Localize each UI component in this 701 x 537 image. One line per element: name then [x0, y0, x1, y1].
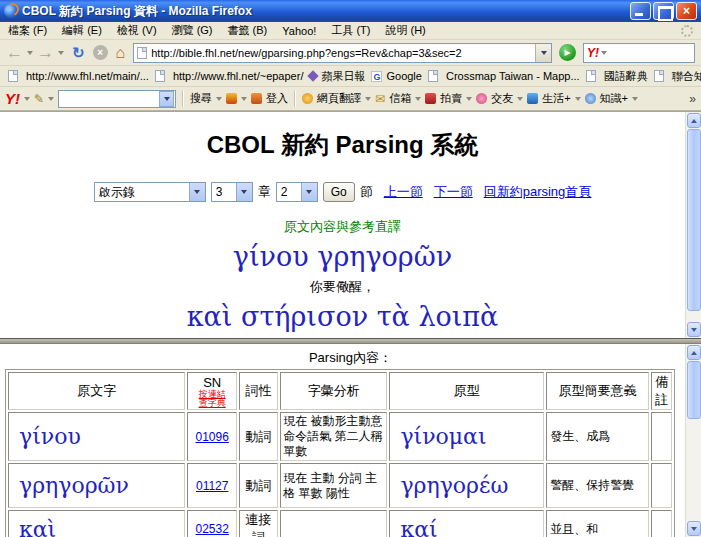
knowledge-dropdown-icon[interactable] [632, 97, 638, 101]
reload-icon[interactable]: ↻ [72, 45, 85, 60]
auction-icon[interactable] [425, 93, 436, 104]
life-icon[interactable] [527, 93, 538, 104]
back-dropdown-icon[interactable] [27, 51, 33, 55]
go-button[interactable]: Go [323, 182, 355, 202]
yahoo-life-button[interactable]: 生活+ [542, 91, 570, 106]
yahoo-search-button[interactable]: 搜尋 [190, 91, 212, 106]
life-dropdown-icon[interactable] [575, 97, 581, 101]
menu-edit[interactable]: 編輯 (E) [62, 23, 102, 38]
menu-go[interactable]: 瀏覽 (G) [172, 23, 213, 38]
bookmark-label[interactable]: http://www.fhl.net/~epaper/ [173, 70, 304, 82]
top-frame-scrollbar[interactable] [685, 112, 701, 338]
menu-view[interactable]: 檢視 (V) [117, 23, 157, 38]
next-verse-link[interactable]: 下一節 [434, 183, 473, 201]
yahoo-login-button[interactable]: 登入 [266, 91, 288, 106]
maximize-button[interactable] [653, 2, 674, 20]
auction-dropdown-icon[interactable] [466, 97, 472, 101]
menu-yahoo[interactable]: Yahoo! [282, 25, 316, 37]
yahoo-toolbar-search-input[interactable] [58, 90, 176, 108]
scrollbar-thumb[interactable] [687, 361, 701, 419]
bookmark-label[interactable]: http://www.fhl.net/main/... [26, 70, 149, 82]
bookmark-label[interactable]: Crossmap Taiwan - Mapp... [446, 70, 580, 82]
bookmark-label[interactable]: 國語辭典 [604, 69, 648, 84]
bookmark-fhl-main[interactable]: http://www.fhl.net/main/... [8, 70, 149, 82]
forward-dropdown-icon[interactable] [58, 51, 64, 55]
browser-window: CBOL 新約 Parsing 資料 - Mozilla Firefox × 檔… [0, 0, 701, 537]
yahoo-search-dropdown-icon[interactable] [601, 51, 607, 55]
highlight-dropdown-icon[interactable] [241, 97, 247, 101]
bookmark-appledaily[interactable]: 蘋果日報 [309, 69, 365, 84]
menu-tools[interactable]: 工具 (T) [331, 23, 370, 38]
bookmark-label[interactable]: 聯合知識庫 [672, 69, 701, 84]
url-bar[interactable]: http://bible.fhl.net/new/gparsing.php?en… [133, 43, 552, 63]
menu-file[interactable]: 檔案 (F) [8, 23, 47, 38]
yahoo-search-box[interactable]: Y! [583, 43, 695, 63]
book-select[interactable]: 啟示錄 [94, 182, 206, 202]
bookmark-page-icon [155, 70, 165, 82]
gloss: 發生、成爲 [546, 412, 649, 461]
login-door-icon[interactable] [251, 93, 262, 104]
throbber-icon [681, 25, 693, 37]
search-dropdown-icon[interactable] [216, 97, 222, 101]
yahoo-translate-button[interactable]: 網頁翻譯 [317, 91, 361, 106]
header-lemma: 原型 [389, 372, 544, 410]
bookmark-udndata[interactable]: 聯合知識庫 [654, 69, 701, 84]
forward-icon[interactable]: → [37, 44, 54, 61]
yahoo-toolbar-logo[interactable]: Y! [5, 90, 20, 107]
sn-note-link[interactable]: 查字典 [188, 399, 236, 408]
mail-icon[interactable]: ✉ [375, 93, 385, 105]
bookmark-dictionary[interactable]: 國語辭典 [586, 69, 648, 84]
header-pos: 詞性 [239, 372, 278, 410]
go-icon[interactable]: ▶ [559, 44, 576, 61]
stop-icon[interactable]: × [93, 45, 108, 60]
friends-icon[interactable] [476, 93, 487, 104]
highlight-icon[interactable] [226, 93, 237, 104]
titlebar: CBOL 新約 Parsing 資料 - Mozilla Firefox × [0, 0, 701, 22]
fish-translate-icon[interactable] [302, 93, 313, 104]
menu-help[interactable]: 說明 (H) [385, 23, 425, 38]
strongs-number-link[interactable]: 02532 [196, 522, 229, 536]
pencil-dropdown-icon[interactable] [48, 97, 54, 101]
chapter-select[interactable]: 3 [211, 182, 253, 202]
friends-dropdown-icon[interactable] [517, 97, 523, 101]
knowledge-icon[interactable] [585, 93, 596, 104]
scroll-down-icon[interactable] [687, 521, 701, 536]
scrollbar-thumb[interactable] [687, 129, 701, 311]
search-input-dropdown-icon[interactable] [159, 91, 174, 107]
yahoo-logo-icon: Y! [587, 46, 599, 60]
bookmark-crossmap[interactable]: Crossmap Taiwan - Mapp... [428, 70, 580, 82]
header-sn: SN按連結查字典 [187, 372, 237, 410]
separator [182, 91, 184, 107]
bottom-frame-scrollbar[interactable] [685, 344, 701, 537]
close-button[interactable]: × [676, 2, 697, 20]
url-text[interactable]: http://bible.fhl.net/new/gparsing.php?en… [151, 47, 535, 59]
scroll-down-icon[interactable] [687, 322, 701, 337]
back-icon[interactable]: ← [6, 44, 23, 61]
strongs-number-link[interactable]: 01127 [196, 479, 228, 493]
parsing-home-link[interactable]: 回新約parsing首頁 [484, 183, 592, 201]
menu-bookmarks[interactable]: 書籤 (B) [228, 23, 268, 38]
yahoo-mail-button[interactable]: 信箱 [389, 91, 411, 106]
bookmark-fhl-epaper[interactable]: http://www.fhl.net/~epaper/ [155, 70, 304, 82]
mail-dropdown-icon[interactable] [415, 97, 421, 101]
table-row: γρηγορῶν 01127 動詞 現在 主動 分詞 主格 單數 陽性 γρηγ… [8, 463, 672, 508]
minimize-button[interactable] [630, 2, 651, 20]
pencil-icon[interactable]: ✎ [34, 92, 44, 106]
yahoo-auction-button[interactable]: 拍賣 [440, 91, 462, 106]
bookmark-google[interactable]: GGoogle [371, 70, 421, 82]
home-icon[interactable]: ⌂ [116, 45, 126, 61]
gloss: 警醒、保持警覺 [546, 463, 649, 508]
prev-verse-link[interactable]: 上一節 [384, 183, 423, 201]
strongs-number-link[interactable]: 01096 [196, 430, 229, 444]
verse-select[interactable]: 2 [276, 182, 318, 202]
scroll-up-icon[interactable] [687, 345, 701, 360]
yahoo-friends-button[interactable]: 交友 [491, 91, 513, 106]
bookmark-label[interactable]: Google [386, 70, 421, 82]
scroll-up-icon[interactable] [687, 113, 701, 128]
yahoo-knowledge-button[interactable]: 知識+ [600, 91, 628, 106]
yahoo-logo-dropdown-icon[interactable] [24, 97, 30, 101]
bookmark-label[interactable]: 蘋果日報 [321, 69, 365, 84]
yahoobar-overflow-icon[interactable]: » [689, 92, 696, 106]
translate-dropdown-icon[interactable] [365, 97, 371, 101]
url-history-dropdown[interactable] [535, 44, 551, 62]
